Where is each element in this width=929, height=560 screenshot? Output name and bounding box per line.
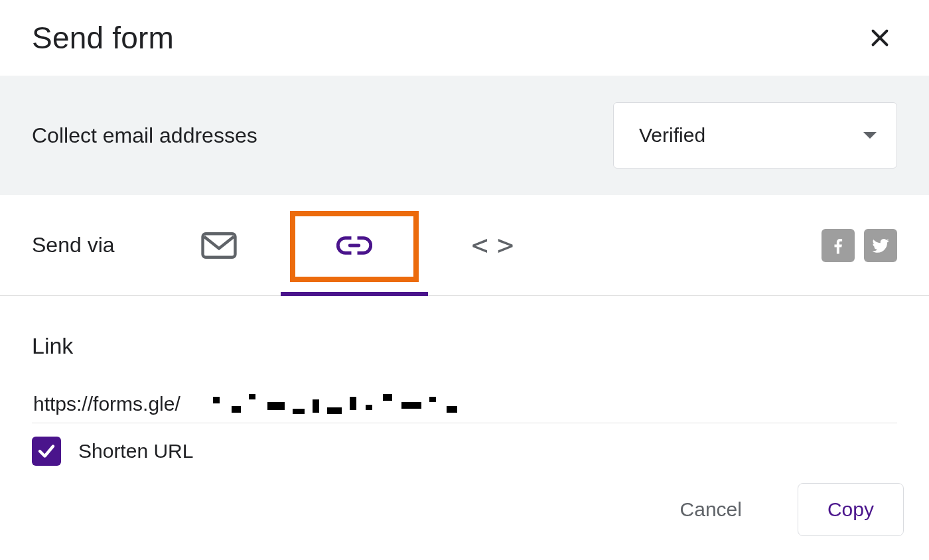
share-twitter-button[interactable]: [864, 229, 897, 262]
embed-icon: < >: [472, 229, 510, 261]
tab-email[interactable]: [201, 195, 237, 295]
tab-embed[interactable]: < >: [472, 195, 510, 295]
svg-rect-1: [213, 397, 220, 403]
svg-rect-0: [202, 234, 235, 257]
check-icon: [36, 441, 56, 461]
svg-rect-9: [366, 405, 372, 410]
email-icon: [201, 232, 237, 259]
collect-email-row: Collect email addresses Verified: [0, 76, 929, 195]
link-section-title: Link: [32, 333, 897, 359]
svg-rect-11: [401, 402, 421, 409]
collect-email-selected-value: Verified: [639, 124, 705, 147]
link-icon: [336, 232, 372, 259]
shorten-url-checkbox[interactable]: [32, 437, 61, 466]
svg-rect-8: [350, 397, 356, 410]
collect-email-label: Collect email addresses: [32, 123, 257, 148]
svg-rect-6: [313, 399, 319, 413]
send-via-tabs: < >: [201, 195, 510, 295]
svg-rect-5: [293, 409, 305, 414]
chevron-down-icon: [863, 132, 877, 139]
collect-email-select[interactable]: Verified: [613, 102, 897, 169]
svg-rect-3: [249, 394, 255, 399]
svg-rect-7: [327, 407, 342, 414]
dialog-header: Send form: [0, 0, 929, 76]
close-icon: [868, 26, 892, 50]
copy-button[interactable]: Copy: [798, 483, 904, 536]
link-url-field-wrap: [32, 392, 897, 423]
cancel-button[interactable]: Cancel: [664, 485, 758, 534]
redacted-url-portion: [213, 393, 465, 415]
tab-link[interactable]: [336, 195, 372, 295]
shorten-url-row: Shorten URL: [32, 437, 897, 466]
social-share: [822, 229, 897, 262]
send-form-dialog: Send form Collect email addresses Verifi…: [0, 0, 929, 553]
facebook-icon: [828, 236, 848, 255]
svg-rect-13: [447, 406, 457, 413]
svg-rect-2: [232, 406, 241, 413]
send-via-row: Send via < >: [0, 195, 929, 296]
svg-rect-10: [383, 394, 392, 401]
svg-rect-12: [429, 397, 436, 402]
close-button[interactable]: [863, 21, 897, 55]
dialog-footer: Cancel Copy: [0, 466, 929, 553]
share-facebook-button[interactable]: [822, 229, 855, 262]
svg-rect-4: [267, 402, 285, 410]
link-url-input[interactable]: [32, 392, 214, 416]
twitter-icon: [871, 236, 891, 255]
send-via-label: Send via: [32, 233, 115, 257]
dialog-title: Send form: [32, 20, 174, 56]
link-section: Link: [0, 296, 929, 466]
shorten-url-label: Shorten URL: [78, 440, 193, 462]
active-tab-indicator: [281, 292, 428, 296]
